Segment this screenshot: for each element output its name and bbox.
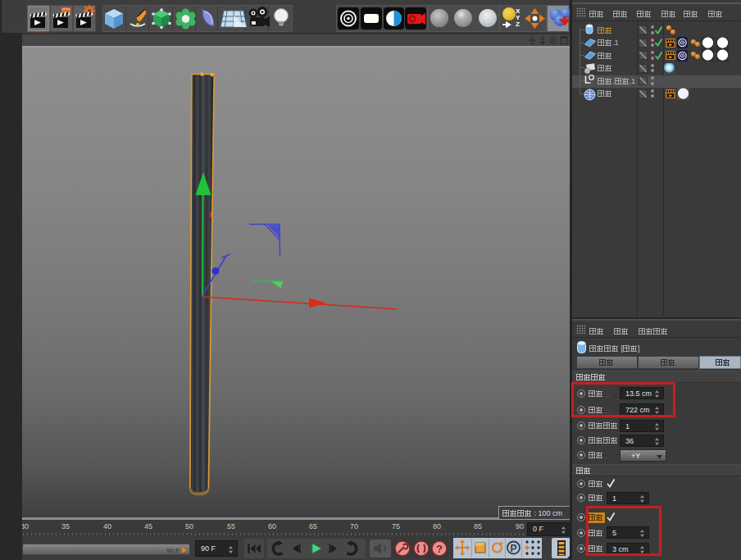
svg-text:?: ? bbox=[436, 543, 443, 555]
svg-text:P: P bbox=[510, 543, 516, 554]
svg-text:Z: Z bbox=[516, 20, 520, 28]
